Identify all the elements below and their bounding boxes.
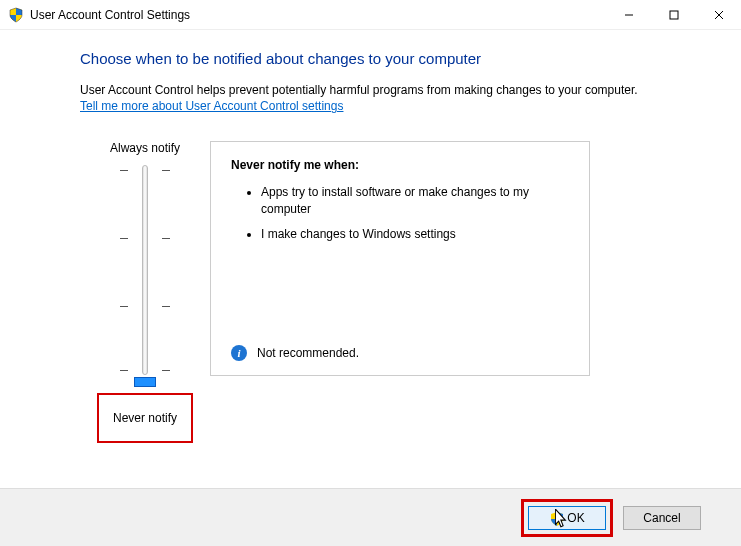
recommendation-text: Not recommended. (257, 346, 359, 360)
cancel-button-label: Cancel (643, 511, 680, 525)
slider-label-always: Always notify (80, 141, 210, 155)
ok-button-label: OK (567, 511, 584, 525)
slider-thumb[interactable] (134, 377, 156, 387)
recommendation-row: i Not recommended. (231, 345, 359, 361)
window-controls (606, 0, 741, 30)
slider-area: Always notify Never notify Never notify … (80, 141, 701, 443)
window-title: User Account Control Settings (30, 8, 190, 22)
title-bar: User Account Control Settings (0, 0, 741, 30)
slider-label-never: Never notify (113, 411, 177, 425)
info-icon: i (231, 345, 247, 361)
ok-button[interactable]: OK (528, 506, 606, 530)
detail-panel: Never notify me when: Apps try to instal… (210, 141, 590, 376)
highlight-never-notify: Never notify (97, 393, 193, 443)
cancel-button[interactable]: Cancel (623, 506, 701, 530)
svg-rect-1 (670, 11, 678, 19)
slider-rail (142, 165, 148, 375)
dialog-footer: OK Cancel (0, 488, 741, 546)
maximize-button[interactable] (651, 0, 696, 30)
learn-more-link[interactable]: Tell me more about User Account Control … (80, 99, 343, 113)
detail-title: Never notify me when: (231, 158, 569, 172)
detail-item-1: Apps try to install software or make cha… (261, 184, 569, 218)
uac-shield-icon (549, 511, 563, 525)
uac-shield-icon (8, 7, 24, 23)
page-heading: Choose when to be notified about changes… (80, 50, 701, 67)
minimize-button[interactable] (606, 0, 651, 30)
close-button[interactable] (696, 0, 741, 30)
detail-list: Apps try to install software or make cha… (231, 184, 569, 242)
notification-slider[interactable] (80, 165, 210, 385)
slider-column: Always notify Never notify (80, 141, 210, 443)
description-text: User Account Control helps prevent poten… (80, 83, 701, 97)
highlight-ok-button: OK (521, 499, 613, 537)
main-content: Choose when to be notified about changes… (0, 30, 741, 443)
detail-item-2: I make changes to Windows settings (261, 226, 569, 243)
